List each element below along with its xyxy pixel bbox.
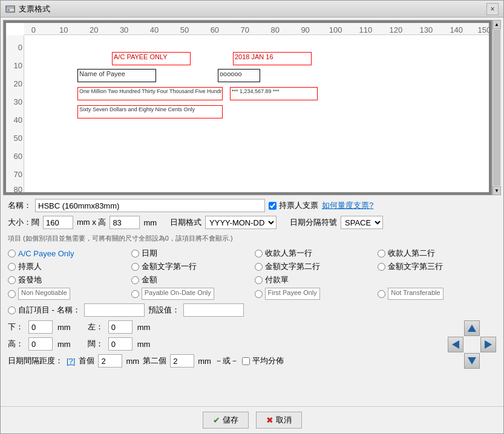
option-payee2[interactable]: 收款人第二行 (378, 248, 496, 259)
nav-row-bottom (464, 353, 480, 369)
non-neg-box: Non Negotiable (18, 288, 70, 300)
first-payee-box: First Payee Only (265, 288, 320, 300)
radio-payable[interactable] (131, 290, 139, 298)
nav-up-button[interactable] (464, 320, 480, 336)
form-area: 名稱： 持票人支票 如何量度支票? 大小：闊 mm x 高 mm 日期格式 YY… (3, 195, 501, 404)
save-check-icon: ✔ (213, 415, 220, 425)
even-dist-checkbox[interactable] (242, 357, 250, 365)
option-amount-word3[interactable]: 金額文字第三行 (378, 261, 496, 272)
radio-amount[interactable] (131, 276, 139, 284)
mm2-label: mm (143, 218, 157, 227)
window: 支票格式 × 0 10 20 30 40 50 60 70 (0, 0, 504, 434)
note-text: 項目 (如個別項目並無需要，可將有關的尺寸全部設為0，該項目將不會顯示.) (8, 234, 496, 243)
option-date[interactable]: 日期 (131, 248, 250, 259)
label-ac-payee: A/C Payee Only (18, 249, 74, 258)
radio-first-payee[interactable] (255, 290, 263, 298)
radio-not-transfer[interactable] (378, 290, 385, 298)
width-pos-input[interactable] (108, 337, 133, 351)
date-sep-select[interactable]: SPACE - / (341, 216, 383, 229)
option-amount-word1[interactable]: 金額文字第一行 (131, 261, 250, 272)
custom-name-input[interactable] (84, 303, 145, 317)
scroll-down-btn[interactable]: ▼ (493, 186, 501, 195)
amount-num-box: *** 1,234,567.89 *** (230, 87, 318, 100)
cancel-x-icon: ✖ (266, 415, 273, 425)
height-input[interactable] (110, 216, 140, 229)
scrollbar[interactable]: ▲ ▼ (492, 20, 501, 195)
option-not-transfer[interactable]: Not Transferable (378, 288, 496, 300)
radio-payee1[interactable] (255, 250, 263, 257)
default-value-input[interactable] (183, 303, 244, 317)
date-interval-row: 日期間隔距度： [?] 首個 mm 第二個 mm －或－ 平均分佈 (8, 354, 430, 368)
ruler-horizontal: 0 10 20 30 40 50 60 70 80 90 100 110 120… (24, 23, 489, 35)
left-input[interactable] (108, 320, 133, 334)
option-amount-word2[interactable]: 金額文字第二行 (255, 261, 373, 272)
height-mm: mm (57, 340, 71, 349)
close-button[interactable]: × (486, 3, 499, 15)
height-pos-input[interactable] (28, 337, 53, 351)
radio-custom[interactable] (8, 306, 16, 314)
save-button[interactable]: ✔ 儲存 (203, 412, 249, 429)
option-payable[interactable]: Payable On-Date Only (131, 288, 250, 300)
height-label: 高： (8, 338, 24, 349)
option-ac-payee[interactable]: A/C Payee Only (8, 248, 126, 259)
nav-down-button[interactable] (464, 353, 480, 369)
radio-non-neg[interactable] (8, 290, 16, 298)
payee-num-box: oooooo (218, 69, 260, 82)
first-interval-input[interactable] (98, 354, 122, 368)
option-non-neg[interactable]: Non Negotiable (8, 288, 126, 300)
bottom-bar: ✔ 儲存 ✖ 取消 (1, 406, 503, 433)
second-interval-input[interactable] (170, 354, 194, 368)
second-label: 第二個 (143, 355, 166, 366)
custom-label: 自訂項目 - 名稱： (18, 305, 80, 316)
options-grid: A/C Payee Only 日期 收款人第一行 收款人第二行 持票人 (8, 248, 496, 300)
radio-ac-payee[interactable] (8, 250, 16, 257)
date-format-label: 日期格式 (170, 217, 201, 228)
radio-bearer[interactable] (8, 263, 16, 271)
label-payee1: 收款人第一行 (265, 248, 312, 259)
acpayee-box: A/C PAYEE ONLY (112, 52, 191, 65)
custom-item-row: 自訂項目 - 名稱： 預設值： (8, 303, 496, 317)
name-input[interactable] (35, 199, 265, 212)
save-label: 儲存 (223, 415, 238, 426)
radio-amount-word1[interactable] (131, 263, 139, 271)
mm1-label: mm x 高 (77, 217, 106, 228)
radio-date[interactable] (131, 250, 139, 257)
option-sig-place[interactable]: 簽發地 (8, 274, 126, 285)
top-mm: mm (57, 323, 71, 332)
radio-payment-slip[interactable] (255, 276, 263, 284)
date-interval-label: 日期間隔距度： (8, 355, 63, 366)
label-date: 日期 (142, 248, 157, 259)
title-bar: 支票格式 × (1, 1, 503, 18)
date-format-select[interactable]: YYYY-MON-DD YYYY-MM-DD DD-MM-YYYY (205, 216, 277, 229)
even-dist-label[interactable]: 平均分佈 (242, 355, 284, 366)
not-transfer-box: Not Transferable (388, 288, 443, 300)
window-title: 支票格式 (19, 4, 50, 15)
nav-right-button[interactable] (480, 337, 496, 352)
date-help-link[interactable]: [?] (67, 357, 75, 366)
top-input[interactable] (28, 320, 53, 334)
radio-sig-place[interactable] (8, 276, 16, 284)
nav-row-top (464, 320, 480, 336)
custom-radio-row[interactable]: 自訂項目 - 名稱： (8, 305, 80, 316)
option-bearer[interactable]: 持票人 (8, 261, 126, 272)
bearer-help-link[interactable]: 如何量度支票? (322, 200, 373, 211)
scrollbar-thumb[interactable] (493, 30, 500, 186)
bearer-checkbox-label[interactable]: 持票人支票 (269, 200, 318, 211)
nav-left-button[interactable] (448, 337, 463, 352)
option-first-payee[interactable]: First Payee Only (255, 288, 373, 300)
option-payee1[interactable]: 收款人第一行 (255, 248, 373, 259)
width-input[interactable] (43, 216, 73, 229)
default-value-label: 預設值： (148, 305, 180, 316)
preview-inner: 0 10 20 30 40 50 60 70 80 90 100 110 120… (6, 23, 489, 192)
bearer-label: 持票人支票 (279, 200, 318, 211)
bearer-checkbox[interactable] (269, 202, 277, 210)
option-payment-slip[interactable]: 付款單 (255, 274, 373, 285)
or-label: －或－ (215, 355, 238, 366)
name-label: 名稱： (8, 200, 31, 211)
radio-payee2[interactable] (378, 250, 385, 257)
option-amount[interactable]: 金額 (131, 274, 250, 285)
radio-amount-word3[interactable] (378, 263, 385, 271)
radio-amount-word2[interactable] (255, 263, 263, 271)
cancel-button[interactable]: ✖ 取消 (256, 412, 302, 429)
scroll-up-btn[interactable]: ▲ (493, 20, 501, 29)
